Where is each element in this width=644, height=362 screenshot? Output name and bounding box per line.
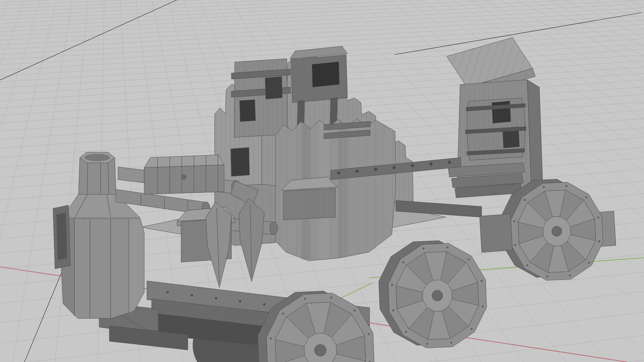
slatted-cage[interactable] xyxy=(466,98,526,160)
roof-crate-mid[interactable] xyxy=(281,177,337,220)
wagon-model[interactable] xyxy=(53,38,616,362)
chimney-stack[interactable] xyxy=(78,152,116,194)
3d-viewport[interactable] xyxy=(0,0,644,362)
wheel-rear-right[interactable] xyxy=(500,179,603,281)
left-side-panel[interactable] xyxy=(53,205,70,269)
boiler[interactable] xyxy=(60,193,144,318)
banded-chest[interactable] xyxy=(144,155,224,194)
rear-tower[interactable] xyxy=(448,80,543,198)
tower-steps[interactable] xyxy=(448,163,525,198)
wheel-middle-right[interactable] xyxy=(379,241,487,348)
gate-structure[interactable] xyxy=(231,59,290,137)
viewport-canvas[interactable] xyxy=(0,0,644,362)
